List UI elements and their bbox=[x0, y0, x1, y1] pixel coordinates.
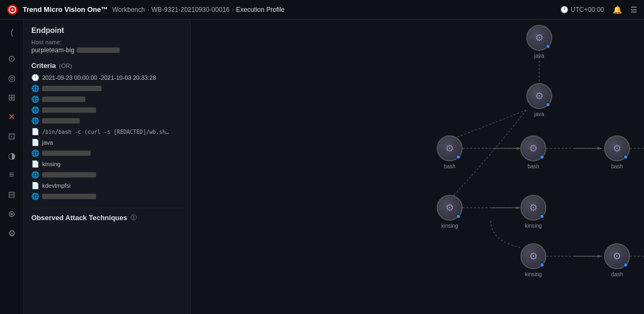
nav-search-icon[interactable]: ◎ bbox=[3, 69, 21, 86]
gear-icon-bash1: ⚙ bbox=[445, 142, 454, 154]
node-label-java-top: java bbox=[534, 53, 544, 59]
globe-icon-2: 🌐 bbox=[31, 95, 39, 103]
node-circle-dash1[interactable]: ⚙ bbox=[604, 243, 630, 269]
criteria-redacted-5 bbox=[42, 151, 91, 156]
node-label-bash2: bash bbox=[527, 163, 539, 169]
globe-icon-7: 🌐 bbox=[31, 193, 39, 200]
node-label-bash1: bash bbox=[444, 163, 456, 169]
criteria-row-6: 🌐 bbox=[31, 171, 183, 179]
topbar-time-zone: 🕐 UTC+00:00 bbox=[560, 6, 604, 13]
gear-icon-kinsing2: ⚙ bbox=[529, 202, 538, 214]
criteria-kinsing-row: 📄 kinsing bbox=[31, 160, 183, 168]
criteria-java-text: java bbox=[42, 139, 53, 146]
globe-icon-6: 🌐 bbox=[31, 171, 39, 179]
nav-reports-icon[interactable]: ⊟ bbox=[3, 186, 21, 203]
topbar-right: 🕐 UTC+00:00 🔔 ☰ bbox=[560, 5, 638, 14]
file-icon-cmd: 📄 bbox=[31, 128, 39, 135]
node-label-kinsing3: kinsing bbox=[525, 271, 541, 277]
node-circle-bash1[interactable]: ⚙ bbox=[437, 135, 463, 161]
criteria-redacted-3 bbox=[42, 107, 96, 113]
node-circle-java-top[interactable]: ⚙ bbox=[526, 25, 552, 51]
left-nav: ⟨ ⊙ ◎ ⊞ ✕ ⊡ ◑ ≡ ⊟ ⊛ ⚙ bbox=[0, 19, 24, 314]
gear-icon-bash2: ⚙ bbox=[529, 142, 538, 154]
gear-icon: ⚙ bbox=[535, 32, 544, 44]
globe-icon-3: 🌐 bbox=[31, 106, 39, 114]
node-bash1[interactable]: ⚙ bash bbox=[437, 135, 463, 169]
node-circle-kinsing3[interactable]: ⚙ bbox=[520, 243, 546, 269]
clock-criteria-icon: 🕐 bbox=[31, 74, 39, 81]
nav-alerts-icon[interactable]: ◑ bbox=[3, 147, 21, 164]
node-label-kinsing2: kinsing bbox=[525, 223, 541, 229]
file-icon-kdev: 📄 bbox=[31, 182, 39, 189]
nav-dashboard-icon[interactable]: ⊞ bbox=[3, 88, 21, 106]
observed-title: Observed Attack Techniques ⓘ bbox=[31, 214, 183, 222]
connector-lines bbox=[191, 19, 644, 314]
criteria-row-4: 🌐 bbox=[31, 117, 183, 125]
nav-team-icon[interactable]: ⊛ bbox=[3, 205, 21, 222]
criteria-row-1: 🌐 bbox=[31, 85, 183, 92]
graph-content-area: ⚙ java ⚙ java ⚙ bash bbox=[191, 19, 644, 314]
criteria-title: Criteria (OR) bbox=[31, 62, 183, 70]
file-icon-java: 📄 bbox=[31, 139, 39, 146]
topbar: Trend Micro Vision One™ Workbench › WB-9… bbox=[0, 0, 644, 19]
node-circle-java-mid[interactable]: ⚙ bbox=[526, 83, 552, 109]
node-bash2[interactable]: ⚙ bash bbox=[520, 135, 546, 169]
criteria-cmd-row: 📄 /bin/bash -c (curl -s [REDACTED]/wb.sh… bbox=[31, 128, 183, 135]
criteria-label: Criteria bbox=[31, 62, 56, 70]
node-circle-kinsing2[interactable]: ⚙ bbox=[520, 195, 546, 221]
node-circle-kinsing1[interactable]: ⚙ bbox=[437, 195, 463, 221]
criteria-redacted-1 bbox=[42, 86, 101, 91]
node-dash1[interactable]: ⚙ dash bbox=[604, 243, 630, 277]
criteria-section: Criteria (OR) 🕐 2021-09-23 00:00:00 -202… bbox=[31, 62, 183, 200]
criteria-redacted-4 bbox=[42, 118, 80, 124]
info-icon[interactable]: ⓘ bbox=[131, 214, 137, 222]
node-circle-bash2[interactable]: ⚙ bbox=[520, 135, 546, 161]
breadcrumb-sep1: › bbox=[147, 6, 149, 13]
criteria-redacted-2 bbox=[42, 97, 85, 102]
globe-icon-4: 🌐 bbox=[31, 117, 39, 125]
breadcrumb-workbench[interactable]: Workbench bbox=[112, 6, 145, 13]
criteria-row-7: 🌐 bbox=[31, 193, 183, 200]
node-dot-dash1 bbox=[623, 263, 628, 267]
globe-icon-1: 🌐 bbox=[31, 85, 39, 92]
node-dot-bash2 bbox=[540, 155, 544, 159]
node-dot-kinsing3 bbox=[540, 263, 544, 267]
node-kinsing1[interactable]: ⚙ kinsing bbox=[437, 195, 463, 229]
app-logo bbox=[6, 4, 18, 16]
node-dot-bash3 bbox=[623, 155, 628, 159]
node-java-top[interactable]: ⚙ java bbox=[526, 25, 552, 59]
hostname-text: purpleteam-big bbox=[31, 46, 74, 54]
hostname-redacted bbox=[77, 47, 120, 53]
gear-icon-kinsing1: ⚙ bbox=[445, 202, 454, 214]
node-dot-kinsing2 bbox=[540, 214, 544, 219]
criteria-row-3: 🌐 bbox=[31, 106, 183, 114]
criteria-or-label: (OR) bbox=[59, 63, 72, 69]
menu-icon[interactable]: ☰ bbox=[631, 5, 638, 14]
node-circle-bash3[interactable]: ⚙ bbox=[604, 135, 630, 161]
nav-home-icon[interactable]: ⊙ bbox=[3, 50, 21, 67]
nav-xdr-icon[interactable]: ✕ bbox=[3, 108, 21, 125]
node-java-mid[interactable]: ⚙ java bbox=[526, 83, 552, 117]
notification-icon[interactable]: 🔔 bbox=[613, 5, 622, 14]
nav-users-icon[interactable]: ⊡ bbox=[3, 127, 21, 145]
observed-section: Observed Attack Techniques ⓘ bbox=[31, 208, 183, 222]
nav-list-icon[interactable]: ≡ bbox=[3, 166, 21, 183]
criteria-kinsing-text: kinsing bbox=[42, 161, 60, 167]
nav-collapse-icon[interactable]: ⟨ bbox=[3, 24, 21, 41]
time-zone-label: UTC+00:00 bbox=[571, 6, 604, 13]
node-label-java-mid: java bbox=[534, 111, 544, 117]
hostname-value: purpleteam-big bbox=[31, 46, 183, 54]
criteria-row-5: 🌐 bbox=[31, 149, 183, 157]
node-kinsing2[interactable]: ⚙ kinsing bbox=[520, 195, 546, 229]
node-bash3[interactable]: ⚙ bash bbox=[604, 135, 630, 169]
node-dot-java-mid bbox=[546, 103, 550, 107]
criteria-redacted-7 bbox=[42, 194, 96, 199]
breadcrumb-case-id[interactable]: WB-9321-20210930-00016 bbox=[151, 6, 229, 13]
criteria-date-value: 2021-09-23 00:00:00 -2021-10-03 20:33:28 bbox=[42, 74, 156, 81]
gear-icon-kinsing3: ⚙ bbox=[529, 250, 538, 262]
node-kinsing3[interactable]: ⚙ kinsing bbox=[520, 243, 546, 277]
main-layout: ⟨ ⊙ ◎ ⊞ ✕ ⊡ ◑ ≡ ⊟ ⊛ ⚙ Endpoint Host name… bbox=[0, 19, 644, 314]
hostname-label: Host name: bbox=[31, 39, 183, 45]
nav-settings-icon[interactable]: ⚙ bbox=[3, 224, 21, 242]
breadcrumb-current: Execution Profile bbox=[236, 6, 284, 13]
